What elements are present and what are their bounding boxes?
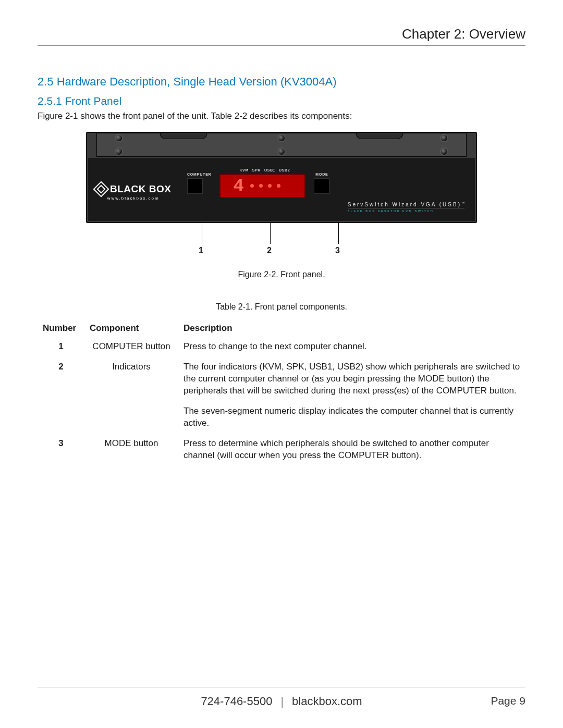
figure-callouts: 1 2 3 xyxy=(86,223,477,260)
computer-button-group: COMPUTER xyxy=(187,172,211,194)
chapter-header: Chapter 2: Overview xyxy=(38,26,525,46)
device-chassis: BLACK BOX www.blackbox.com COMPUTER KVM … xyxy=(86,132,477,223)
product-subtitle: BLACK BOX DESKTOP KVM SWITCH xyxy=(348,208,464,213)
footer-page-label: Page xyxy=(491,695,516,707)
cell-number: 1 xyxy=(38,339,84,359)
panel-center: COMPUTER KVM SPK USB1 USB2 4 xyxy=(187,168,329,198)
indicator-dots xyxy=(250,184,280,188)
computer-button xyxy=(187,178,203,194)
product-name: ServSwitch Wizard VGA (USB)™ xyxy=(348,202,464,207)
table-caption: Table 2-1. Front panel components. xyxy=(38,302,525,312)
cell-number: 3 xyxy=(38,436,84,468)
section-heading: 2.5 Hardware Description, Single Head Ve… xyxy=(38,75,525,89)
seven-segment-digit: 4 xyxy=(225,177,243,195)
cell-description: The four indicators (KVM, SPK, USB1, USB… xyxy=(178,359,525,403)
col-header-description: Description xyxy=(178,321,525,339)
dot-icon xyxy=(277,184,280,188)
footer-page: Page 9 xyxy=(491,695,525,707)
device-front-strip: BLACK BOX www.blackbox.com COMPUTER KVM … xyxy=(88,158,475,221)
brand-url: www.blackbox.com xyxy=(95,196,171,201)
front-panel-figure: BLACK BOX www.blackbox.com COMPUTER KVM … xyxy=(86,132,477,279)
product-name-text: ServSwitch Wizard VGA (USB) xyxy=(348,202,461,207)
screw-icon xyxy=(441,149,447,155)
table-row: 2 Indicators The four indicators (KVM, S… xyxy=(38,359,525,403)
figure-caption: Figure 2-2. Front panel. xyxy=(86,270,477,279)
col-header-component: Component xyxy=(84,321,178,339)
computer-button-label: COMPUTER xyxy=(187,172,211,176)
screw-icon xyxy=(116,135,122,141)
table-row: 1 COMPUTER button Press to change to the… xyxy=(38,339,525,359)
trademark-icon: ™ xyxy=(461,202,464,205)
screw-icon xyxy=(441,135,447,141)
indicator-display-group: KVM SPK USB1 USB2 4 xyxy=(219,168,305,198)
footer-separator-icon: | xyxy=(280,695,284,708)
footer-page-number: 9 xyxy=(519,695,525,707)
dot-icon xyxy=(268,184,272,188)
callout-2: 2 xyxy=(270,223,271,244)
dot-icon xyxy=(250,184,254,188)
standoff-right xyxy=(356,133,403,139)
screw-icon xyxy=(116,149,122,155)
callout-2-number: 2 xyxy=(267,246,272,255)
subsection-heading: 2.5.1 Front Panel xyxy=(38,95,525,107)
brand-logo-icon xyxy=(93,181,109,197)
display-label-usb2: USB2 xyxy=(279,168,290,172)
callout-1-number: 1 xyxy=(199,246,203,255)
cell-description: The seven-segment numeric display indica… xyxy=(178,403,525,436)
components-table: Number Component Description 1 COMPUTER … xyxy=(38,321,525,468)
mode-button-label: MODE xyxy=(314,172,329,176)
cell-component xyxy=(84,403,178,436)
table-row: The seven-segment numeric display indica… xyxy=(38,403,525,436)
display-label-kvm: KVM xyxy=(239,168,248,172)
screw-icon xyxy=(278,135,285,141)
brand-block: BLACK BOX www.blackbox.com xyxy=(95,178,171,201)
intro-paragraph: Figure 2-1 shows the front panel of the … xyxy=(38,110,525,122)
cell-number xyxy=(38,403,84,436)
cell-description: Press to determine which peripherals sho… xyxy=(178,436,525,468)
callout-3: 3 xyxy=(338,223,339,244)
display-label-spk: SPK xyxy=(252,168,261,172)
display-label-usb1: USB1 xyxy=(264,168,275,172)
callout-3-number: 3 xyxy=(335,246,340,255)
page-footer: 724-746-5500 | blackbox.com Page 9 xyxy=(38,687,525,708)
led-display: 4 xyxy=(219,174,305,198)
footer-site: blackbox.com xyxy=(292,695,362,708)
table-header-row: Number Component Description xyxy=(38,321,525,339)
cell-component: MODE button xyxy=(84,436,178,468)
brand-name: BLACK BOX xyxy=(110,183,171,195)
mode-button xyxy=(314,178,329,194)
mode-button-group: MODE xyxy=(314,172,329,194)
table-row: 3 MODE button Press to determine which p… xyxy=(38,436,525,468)
footer-phone: 724-746-5500 xyxy=(201,695,272,708)
product-label: ServSwitch Wizard VGA (USB)™ BLACK BOX D… xyxy=(348,202,464,213)
col-header-number: Number xyxy=(38,321,84,339)
callout-1: 1 xyxy=(202,223,202,244)
cell-component: COMPUTER button xyxy=(84,339,178,359)
cell-component: Indicators xyxy=(84,359,178,403)
display-labels: KVM SPK USB1 USB2 xyxy=(219,168,305,172)
standoff-left xyxy=(160,133,207,139)
screw-icon xyxy=(278,149,285,155)
cell-number: 2 xyxy=(38,359,84,403)
cell-description: Press to change to the next computer cha… xyxy=(178,339,525,359)
dot-icon xyxy=(259,184,263,188)
